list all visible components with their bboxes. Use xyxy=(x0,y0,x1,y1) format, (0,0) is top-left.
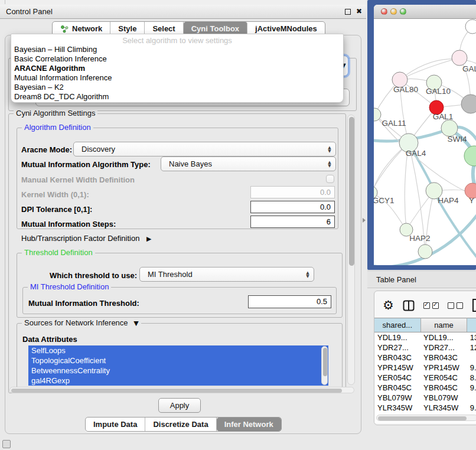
table-cell[interactable]: YLR345W xyxy=(420,403,467,413)
manual-kernel-width-label: Manual Kernel Width Definition xyxy=(21,175,135,184)
table-cell[interactable]: YBR043C xyxy=(374,353,420,363)
table-row[interactable]: YER054CYER054C8. xyxy=(374,373,476,383)
algorithm-option[interactable]: ARACNE Algorithm xyxy=(11,64,343,73)
network-window-titlebar[interactable] xyxy=(374,5,476,19)
algorithm-option[interactable]: Mutual Information Inference xyxy=(11,73,343,83)
aracne-mode-value: Discovery xyxy=(81,145,324,154)
split-columns-icon[interactable] xyxy=(403,300,415,311)
table-cell[interactable]: YBR045C xyxy=(420,383,467,393)
table-row[interactable]: YDR27...YDR27...12 xyxy=(374,343,476,353)
table-cell[interactable]: YBL079W xyxy=(374,393,420,403)
checked-checkboxes-icon[interactable] xyxy=(423,302,439,309)
table-cell[interactable] xyxy=(467,393,476,403)
kernel-width-label: Kernel Width (0,1): xyxy=(21,190,89,199)
data-attribute-item[interactable]: TopologicalCoefficient xyxy=(28,356,328,366)
mi-threshold-label: Mutual Information Threshold: xyxy=(28,299,139,308)
column-header[interactable]: shared... xyxy=(374,318,420,332)
control-panel-title: Control Panel xyxy=(6,7,53,16)
aracne-mode-combo[interactable]: Discovery ▲▼ xyxy=(73,142,336,156)
network-icon xyxy=(60,25,69,33)
table-cell[interactable]: 9. xyxy=(467,363,476,373)
table-hscrollbar[interactable] xyxy=(376,415,476,421)
node-label: GAL11 xyxy=(382,119,406,128)
table-cell[interactable]: 8. xyxy=(467,373,476,383)
table-row[interactable]: YBR043CYBR043C xyxy=(374,353,476,363)
table-cell[interactable]: 13 xyxy=(467,332,476,343)
float-window-icon[interactable] xyxy=(345,9,351,15)
aracne-mode-label: Aracne Mode: xyxy=(21,145,72,154)
network-node[interactable] xyxy=(465,19,476,34)
network-node[interactable] xyxy=(461,94,476,113)
dropdown-hint: Select algorithm to view settings xyxy=(11,36,343,45)
zoom-traffic-light[interactable] xyxy=(400,8,406,15)
table-cell[interactable]: YDL19... xyxy=(420,332,467,343)
minimize-traffic-light[interactable] xyxy=(390,8,397,15)
table-cell[interactable] xyxy=(467,353,476,363)
attributes-vscrollbar[interactable] xyxy=(321,346,328,385)
close-icon[interactable]: ✖ xyxy=(356,7,362,15)
table-cell[interactable]: 9. xyxy=(467,403,476,413)
algorithm-option[interactable]: Basic Correlation Inference xyxy=(11,54,343,64)
column-header[interactable]: name xyxy=(420,318,467,332)
table-cell[interactable]: YBL079W xyxy=(420,393,467,403)
settings-hscrollbar[interactable] xyxy=(9,387,354,393)
dpi-tolerance-input[interactable]: 0.0 xyxy=(250,201,335,213)
table-row[interactable]: YPR145WYPR145W9. xyxy=(374,363,476,373)
which-threshold-combo[interactable]: MI Threshold ▲▼ xyxy=(139,267,314,282)
network-node-gal[interactable] xyxy=(452,50,467,66)
table-panel: ⚙ shared...name YDL19...YDL19...13YDR27.… xyxy=(374,291,476,425)
table-cell[interactable]: YER054C xyxy=(374,373,420,383)
mi-algorithm-type-combo[interactable]: Naive Bayes ▲▼ xyxy=(161,156,336,171)
table-cell[interactable]: YPR145W xyxy=(374,363,420,373)
network-node[interactable] xyxy=(464,146,476,166)
table-cell[interactable]: YBR045C xyxy=(374,383,420,393)
sources-title: Sources for Network Inference xyxy=(24,318,128,327)
algorithm-option[interactable]: Bayesian – K2 xyxy=(11,83,343,92)
stepper-arrows-icon: ▲▼ xyxy=(324,161,335,168)
data-attribute-item[interactable]: gal4RGexp xyxy=(28,376,328,386)
network-edge[interactable] xyxy=(374,143,409,231)
bottom-tab-impute-data[interactable]: Impute Data xyxy=(86,418,145,431)
table-cell[interactable]: YLR345W xyxy=(374,403,420,413)
table-cell[interactable]: YDL19... xyxy=(374,332,420,343)
algorithm-option[interactable]: Dream8 DC_TDC Algorithm xyxy=(11,92,343,102)
algorithm-option[interactable]: Bayesian – Hill Climbing xyxy=(11,45,343,54)
close-traffic-light[interactable] xyxy=(381,8,387,15)
table-row[interactable]: YDL19...YDL19...13 xyxy=(374,332,476,343)
hub-definition-toggle[interactable]: Hub/Transcription Factor Definition ▶ xyxy=(21,234,151,243)
apply-button[interactable]: Apply xyxy=(158,398,201,413)
gear-icon[interactable]: ⚙ xyxy=(383,299,394,311)
table-row[interactable]: YLR345WYLR345W9. xyxy=(374,403,476,413)
sources-toggle[interactable]: Sources for Network Inference ▼ xyxy=(22,318,141,327)
table-cell[interactable]: YPR145W xyxy=(420,363,467,373)
splitter-collapse-handle[interactable] xyxy=(363,218,366,223)
mi-steps-input[interactable]: 6 xyxy=(250,216,335,228)
document-icon[interactable] xyxy=(472,298,476,312)
table-cell[interactable]: YDR27... xyxy=(420,343,467,353)
table-cell[interactable]: YDR27... xyxy=(374,343,420,353)
mi-algorithm-type-value: Naive Bayes xyxy=(169,159,324,168)
mi-threshold-definition-title: MI Threshold Definition xyxy=(28,282,111,291)
column-header[interactable] xyxy=(467,318,476,332)
data-attribute-item[interactable]: BetweennessCentrality xyxy=(28,366,328,376)
table-row[interactable]: YBL079WYBL079W xyxy=(374,393,476,403)
table-panel-header: Table Panel xyxy=(367,270,476,288)
which-threshold-label: Which threshold to use: xyxy=(50,271,137,280)
table-cell[interactable]: YBR043C xyxy=(420,353,467,363)
table-row[interactable]: YBR045CYBR045C9. xyxy=(374,383,476,393)
floating-panel-icon[interactable] xyxy=(2,440,11,448)
bottom-tab-infer-network[interactable]: Infer Network xyxy=(217,418,281,431)
dpi-tolerance-label: DPI Tolerance [0,1]: xyxy=(21,205,92,214)
table-cell[interactable]: YER054C xyxy=(420,373,467,383)
data-attribute-item[interactable]: SelfLoops xyxy=(28,345,328,356)
settings-vscrollbar[interactable] xyxy=(347,115,355,385)
table-cell[interactable]: 9. xyxy=(467,383,476,393)
unchecked-checkboxes-icon[interactable] xyxy=(448,302,463,309)
network-node-swi4[interactable] xyxy=(441,120,458,136)
node-label: GAL80 xyxy=(393,85,418,94)
bottom-tab-discretize-data[interactable]: Discretize Data xyxy=(145,418,216,431)
network-node[interactable] xyxy=(418,244,432,259)
network-canvas[interactable]: GALGAL80GAL10GAL1GAL11SWI4GAL4GCY1HAP4YH… xyxy=(374,19,476,265)
mi-threshold-input[interactable]: 0.5 xyxy=(248,295,331,308)
table-cell[interactable]: 12 xyxy=(467,343,476,353)
